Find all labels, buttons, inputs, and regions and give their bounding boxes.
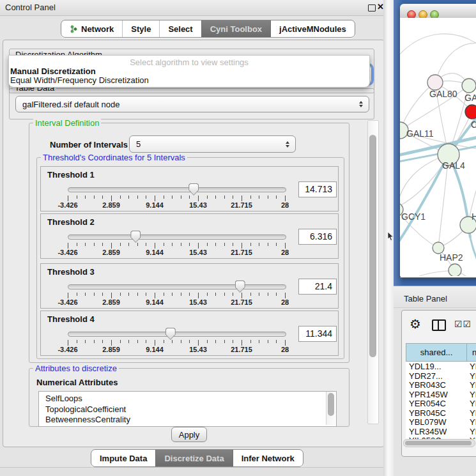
tick	[68, 293, 68, 298]
tick	[233, 196, 233, 199]
tick	[259, 243, 259, 246]
table-row[interactable]: YER054CYER0	[406, 399, 476, 408]
tick	[285, 293, 286, 298]
threshold-value-field[interactable]: 6.316	[298, 229, 337, 245]
tick	[128, 243, 129, 246]
table-cell-name: YPR1	[470, 390, 476, 399]
tick	[224, 243, 225, 246]
column-header-name[interactable]: n	[466, 343, 476, 362]
node-gal80[interactable]	[427, 75, 443, 90]
tick	[155, 340, 155, 346]
tick	[137, 196, 138, 199]
tick	[111, 243, 112, 249]
tick	[68, 243, 68, 249]
threshold-slider[interactable]	[68, 332, 286, 337]
table-data-selected: galFiltered.sif default node	[22, 100, 119, 109]
tab-select[interactable]: Select	[159, 20, 201, 37]
numerical-attributes-list[interactable]: SelfLoopsTopologicalCoefficientBetweenne…	[38, 391, 337, 427]
algorithm-option[interactable]: Manual Discretization	[10, 66, 96, 76]
slider-thumb-shape	[165, 328, 176, 340]
tick	[102, 196, 103, 199]
table-row[interactable]: YLR345WYLR3	[406, 427, 476, 436]
tick	[94, 243, 95, 246]
tick	[155, 196, 155, 201]
tick	[181, 196, 181, 199]
table-row[interactable]: YDL19...YDL1	[406, 362, 476, 371]
scale-label: 9.144	[146, 249, 164, 256]
tick	[224, 196, 225, 199]
node-bottom[interactable]	[449, 264, 461, 276]
tab-network[interactable]: Network	[61, 20, 122, 37]
table-cell-name: YBR0	[470, 408, 476, 418]
table-row[interactable]: YPR145WYPR1	[406, 390, 476, 399]
tab-infer-network[interactable]: Infer Network	[233, 450, 303, 466]
apply-button[interactable]: Apply	[171, 427, 207, 442]
tick	[189, 243, 190, 246]
panel-scrollbar[interactable]	[367, 120, 379, 424]
tick	[268, 340, 268, 343]
list-scrollbar-thumb[interactable]	[328, 393, 334, 416]
tick	[285, 340, 286, 346]
network-icon	[70, 25, 77, 33]
threshold-slider[interactable]	[68, 284, 286, 289]
tab-style[interactable]: Style	[122, 20, 159, 37]
column-header-shared[interactable]: shared...	[406, 343, 467, 362]
control-panel-tabbar: NetworkStyleSelectCyni ToolboxjActiveMNo…	[61, 20, 355, 38]
checkbox-icons[interactable]: ☑☑	[454, 319, 472, 329]
threshold-panel: Threshold 1-3.4262.8599.14415.4321.71528…	[40, 166, 339, 211]
split-table-icon[interactable]	[432, 319, 446, 331]
table-row[interactable]: YBL079WYBL0	[406, 417, 476, 427]
tab-discretize-data[interactable]: Discretize Data	[155, 450, 232, 466]
slider-thumb-face	[131, 231, 140, 242]
tick	[207, 293, 208, 296]
panel-scrollbar-thumb[interactable]	[369, 135, 376, 357]
table-row[interactable]: YBR045CYBR0	[406, 408, 476, 418]
scale-label: 28	[281, 346, 289, 353]
network-canvas[interactable]: GAL80GACGAL11GAL4GCY1HHAP2	[400, 18, 476, 276]
threshold-slider[interactable]	[68, 187, 286, 192]
table-horizontal-scrollbar[interactable]	[403, 439, 475, 447]
tick	[189, 340, 190, 343]
tick	[137, 340, 138, 343]
table-panel-title: Table Panel	[404, 294, 447, 303]
network-window-titlebar	[400, 4, 476, 19]
tab-label: Infer Network	[242, 454, 295, 463]
attribute-item[interactable]: TopologicalCoefficient	[45, 404, 126, 414]
node-top-right[interactable]	[462, 79, 476, 93]
float-panel-icon[interactable]	[368, 4, 376, 12]
table-row[interactable]: YDR27...YDR2	[406, 371, 476, 381]
gear-icon[interactable]: ⚙	[410, 318, 421, 330]
tab-impute-data[interactable]: Impute Data	[91, 450, 155, 466]
tab-jactivemnodules[interactable]: jActiveMNodules	[270, 20, 355, 37]
number-of-intervals-label: Number of Intervals	[50, 140, 128, 150]
table-data-combobox[interactable]: galFiltered.sif default node	[15, 96, 369, 112]
number-of-intervals-combobox[interactable]: 5	[129, 135, 296, 153]
slider-thumb-shape	[235, 280, 245, 293]
node-table[interactable]: YDL19...YDL1YDR27...YDR2YBR043CYBR0YPR14…	[406, 362, 476, 439]
algorithm-dropdown-popup: Select algorithm to view settings Manual…	[8, 55, 370, 88]
attribute-item[interactable]: BetweennessCentrality	[45, 415, 130, 424]
node-label: GCY1	[401, 211, 426, 222]
threshold-value-field[interactable]: 21.4	[298, 279, 337, 295]
threshold-label: Threshold 4	[47, 314, 95, 324]
attribute-item[interactable]: SelfLoops	[45, 394, 82, 403]
tick	[242, 196, 242, 201]
algorithm-option[interactable]: Equal Width/Frequency Discretization	[10, 75, 149, 85]
tick	[285, 243, 286, 249]
list-scrollbar[interactable]	[326, 392, 336, 425]
node-label: C	[471, 119, 476, 130]
tick	[164, 196, 164, 199]
app-window: Control Panel ✕ NetworkStyleSelectCyni T…	[0, 0, 476, 476]
threshold-slider[interactable]	[68, 234, 286, 240]
tick	[207, 243, 208, 246]
table-row[interactable]: YBR043CYBR0	[406, 380, 476, 390]
node-selected-red[interactable]	[465, 105, 476, 119]
table-cell-shared-name: YDL19...	[409, 362, 441, 371]
tab-cyni-toolbox[interactable]: Cyni Toolbox	[201, 20, 270, 37]
tick	[164, 293, 164, 296]
table-cell-name: YER0	[470, 399, 476, 408]
tick	[94, 196, 95, 199]
threshold-value-field[interactable]: 14.713	[298, 181, 337, 197]
threshold-value-field[interactable]: 11.344	[298, 326, 337, 342]
table-horizontal-scrollbar-thumb[interactable]	[405, 441, 472, 445]
